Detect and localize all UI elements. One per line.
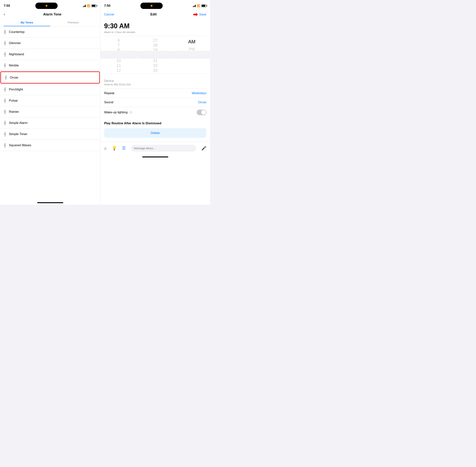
music-icon: 𝄞 [4, 41, 6, 45]
tab-premium[interactable]: Premium [50, 19, 97, 26]
battery-icon: 93 [91, 4, 97, 7]
left-nav-title: Alarm Tone [8, 13, 97, 16]
tone-name: Orcas [10, 76, 18, 79]
bottom-nav: ⌂ 💡 ☰ 🎤 [100, 142, 210, 155]
minute-item[interactable]: 29 [137, 48, 174, 52]
signal-icon [83, 5, 86, 7]
hour-item[interactable]: 7 [100, 43, 137, 48]
music-icon: 𝄞 [4, 98, 6, 103]
right-home-bar [142, 156, 168, 157]
minute-selected[interactable]: 30 [137, 52, 174, 58]
hour-item[interactable]: 8 [100, 48, 137, 52]
tone-item-nightstand[interactable]: 𝄞 Nightstand [0, 49, 100, 60]
right-home-indicator [100, 155, 210, 159]
save-button[interactable]: Save [199, 13, 206, 16]
left-panel: 7:50 📶 93 ‹ Alarm Tone My Tones Premium [0, 0, 100, 205]
tone-item-pulsar[interactable]: 𝄞 Pulsar [0, 95, 100, 106]
wifi-icon: 📶 [87, 4, 90, 7]
ampm-column[interactable]: AM PM [174, 38, 210, 71]
microphone-icon[interactable]: 🎤 [201, 146, 206, 151]
tone-item-simple-alarm[interactable]: 𝄞 Simple Alarm [0, 117, 100, 129]
tone-name: Rainier [9, 110, 19, 114]
time-picker[interactable]: 6 7 8 9 10 11 12 27 28 29 30 31 32 33 AM… [100, 36, 210, 73]
minute-item[interactable]: 27 [137, 38, 174, 43]
minute-item[interactable]: 28 [137, 43, 174, 48]
left-nav-bar: ‹ Alarm Tone [0, 10, 100, 19]
hour-item[interactable]: 10 [100, 58, 137, 63]
menu-icon[interactable]: ☰ [122, 146, 126, 151]
edit-title: Edit [150, 13, 157, 16]
tone-item-simple-timer[interactable]: 𝄞 Simple Timer [0, 129, 100, 140]
tone-item-porchlight[interactable]: 𝄞 Porchlight [0, 84, 100, 95]
wakeup-lighting-row: Wake-up lighting ⓘ [104, 107, 206, 118]
repeat-value[interactable]: Weekdays [192, 91, 206, 95]
minutes-column[interactable]: 27 28 29 30 31 32 33 [137, 38, 174, 71]
delete-button[interactable]: Delete [104, 128, 206, 138]
hour-item[interactable]: 6 [100, 38, 137, 43]
music-icon: 𝄞 [5, 75, 7, 80]
repeat-label: Repeat [104, 91, 114, 95]
tone-item-squared-waves[interactable]: 𝄞 Squared Waves [0, 140, 100, 151]
wakeup-label: Wake-up lighting ⓘ [104, 111, 132, 114]
tone-name: Nimble [9, 64, 19, 67]
settings-section: Device How-to Wiz Echo Dot Repeat Weekda… [100, 74, 210, 121]
music-icon: 𝄞 [4, 87, 6, 91]
left-status-bar: 7:50 📶 93 [0, 0, 100, 10]
minute-item[interactable]: 32 [137, 63, 174, 68]
battery-text: 93 [93, 4, 95, 7]
device-label: Device [104, 79, 131, 83]
save-container: ➡ Save [193, 11, 206, 18]
tone-item-rainier[interactable]: 𝄞 Rainier [0, 106, 100, 117]
hour-item[interactable]: 11 [100, 63, 137, 68]
music-icon: 𝄞 [4, 30, 6, 34]
tab-my-tones[interactable]: My Tones [4, 19, 50, 26]
hour-selected[interactable]: 9 [100, 52, 137, 58]
right-dynamic-island-dot [150, 5, 152, 7]
right-battery-icon: 93 [201, 4, 206, 7]
tone-item-orcas[interactable]: 𝄞 Orcas [0, 71, 100, 84]
dynamic-island-dot [46, 5, 47, 7]
left-status-right: 📶 93 [83, 4, 97, 7]
alarm-subtitle: Alarm in 1 hour 40 minutes [100, 31, 210, 36]
repeat-row[interactable]: Repeat Weekdays [104, 89, 206, 98]
sound-label: Sound [104, 101, 113, 104]
right-time: 7:50 [104, 4, 111, 8]
right-nav-bar: Cancel Edit ➡ Save [100, 10, 210, 20]
tone-name: Countertop [9, 30, 25, 34]
home-indicator-bar [37, 202, 63, 203]
music-icon: 𝄞 [4, 143, 6, 147]
message-input[interactable] [131, 145, 196, 152]
tone-item-countertop[interactable]: 𝄞 Countertop [0, 26, 100, 38]
device-value: How-to Wiz Echo Dot [104, 83, 131, 86]
ampm-item[interactable]: PM [174, 45, 210, 53]
tone-name: Nightstand [9, 52, 24, 56]
left-dynamic-island [35, 3, 58, 9]
music-icon: 𝄞 [4, 132, 6, 136]
minute-item[interactable]: 31 [137, 58, 174, 63]
ampm-selected[interactable]: AM [174, 38, 210, 45]
minute-item[interactable]: 33 [137, 68, 174, 73]
sound-value[interactable]: Orcas [198, 101, 206, 104]
music-icon: 𝄞 [4, 110, 6, 114]
tone-list: 𝄞 Countertop 𝄞 Glimmer 𝄞 Nightstand 𝄞 Ni… [0, 26, 100, 200]
back-button[interactable]: ‹ [4, 12, 5, 17]
music-icon: 𝄞 [4, 121, 6, 125]
tone-name: Simple Timer [9, 132, 27, 136]
tone-item-nimble[interactable]: 𝄞 Nimble [0, 60, 100, 71]
hours-column[interactable]: 6 7 8 9 10 11 12 [100, 38, 137, 71]
wakeup-toggle[interactable] [197, 110, 206, 115]
right-dynamic-island [140, 3, 163, 9]
tone-name: Porchlight [9, 88, 23, 91]
tone-name: Glimmer [9, 41, 21, 45]
home-icon[interactable]: ⌂ [104, 146, 107, 151]
arrow-right-icon: ➡ [193, 11, 198, 18]
cancel-button[interactable]: Cancel [104, 13, 114, 16]
tone-item-glimmer[interactable]: 𝄞 Glimmer [0, 38, 100, 49]
music-icon: 𝄞 [4, 63, 6, 67]
tone-name: Simple Alarm [9, 121, 27, 125]
toggle-knob [201, 110, 206, 115]
sound-row[interactable]: Sound Orcas [104, 98, 206, 107]
bulb-icon[interactable]: 💡 [112, 146, 117, 151]
info-icon: ⓘ [130, 111, 132, 114]
hour-item[interactable]: 12 [100, 68, 137, 73]
